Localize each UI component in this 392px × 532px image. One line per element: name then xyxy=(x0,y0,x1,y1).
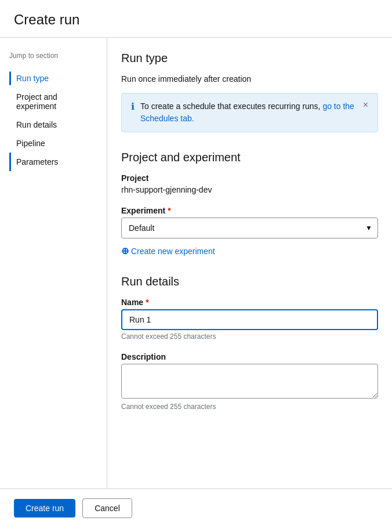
run-details-section: Run details Name* Cannot exceed 255 char… xyxy=(121,275,378,411)
experiment-select-wrapper: Default Option 1 Option 2 ▼ xyxy=(121,218,378,238)
sidebar: Jump to section Run type Project and exp… xyxy=(0,38,107,488)
cancel-button[interactable]: Cancel xyxy=(82,498,132,518)
description-help-text: Cannot exceed 255 characters xyxy=(121,403,378,411)
run-details-title: Run details xyxy=(121,275,378,288)
sidebar-nav: Run type Project and experiment Run deta… xyxy=(9,69,97,171)
run-type-title: Run type xyxy=(121,52,378,65)
sidebar-item-run-type[interactable]: Run type xyxy=(9,69,97,88)
sidebar-item-run-details[interactable]: Run details xyxy=(9,115,97,134)
experiment-field: Experiment* Default Option 1 Option 2 ▼ … xyxy=(121,206,378,256)
name-help-text: Cannot exceed 255 characters xyxy=(121,332,378,341)
description-label: Description xyxy=(121,352,378,361)
experiment-select[interactable]: Default Option 1 Option 2 xyxy=(121,218,378,238)
description-field: Description Cannot exceed 255 characters xyxy=(121,352,378,411)
experiment-label: Experiment* xyxy=(121,206,378,215)
info-banner: ℹ To create a schedule that executes rec… xyxy=(121,93,378,132)
run-type-section: Run type Run once immediately after crea… xyxy=(121,52,378,132)
main-content: Run type Run once immediately after crea… xyxy=(107,38,392,488)
project-experiment-section: Project and experiment Project rhn-suppo… xyxy=(121,151,378,256)
page-title: Create run xyxy=(14,12,378,28)
project-value: rhn-support-gjenning-dev xyxy=(121,185,212,194)
name-required-marker: * xyxy=(146,298,148,307)
sidebar-item-project-experiment[interactable]: Project and experiment xyxy=(9,88,97,115)
plus-icon: ⊕ xyxy=(121,245,129,256)
sidebar-item-parameters[interactable]: Parameters xyxy=(9,153,97,171)
experiment-required-marker: * xyxy=(168,206,170,215)
create-experiment-link[interactable]: ⊕ Create new experiment xyxy=(121,245,215,256)
sidebar-item-pipeline[interactable]: Pipeline xyxy=(9,134,97,153)
run-once-label: Run once immediately after creation xyxy=(121,74,378,84)
project-label: Project xyxy=(121,173,378,183)
name-input[interactable] xyxy=(121,309,378,330)
banner-close-button[interactable]: × xyxy=(363,100,368,110)
page-header: Create run xyxy=(0,0,392,38)
description-input[interactable] xyxy=(121,364,378,399)
info-icon: ℹ xyxy=(131,101,135,112)
footer: Create run Cancel xyxy=(0,488,392,527)
create-run-button[interactable]: Create run xyxy=(14,499,75,517)
sidebar-section-label: Jump to section xyxy=(9,52,97,60)
name-label: Name* xyxy=(121,298,378,307)
sidebar-active-indicator xyxy=(9,153,11,171)
name-field: Name* Cannot exceed 255 characters xyxy=(121,298,378,341)
project-experiment-title: Project and experiment xyxy=(121,151,378,164)
banner-text: To create a schedule that executes recur… xyxy=(140,100,357,125)
project-field: Project rhn-support-gjenning-dev xyxy=(121,173,378,194)
